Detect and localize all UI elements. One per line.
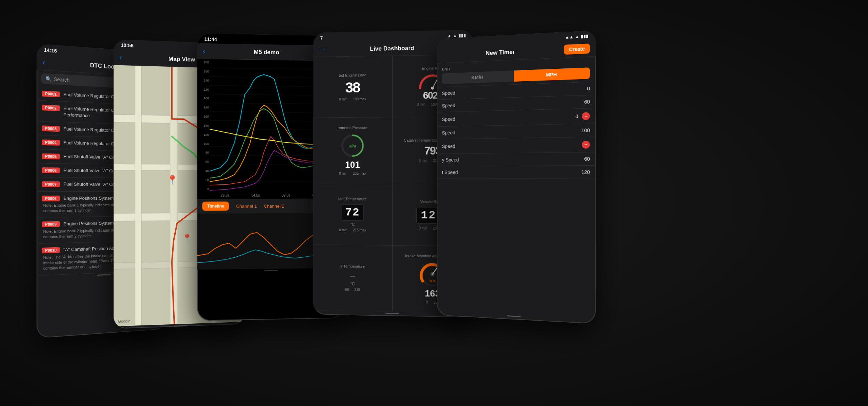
widget-coolant-temp[interactable]: lant Temperature 72 °C 0 min215 max bbox=[313, 184, 392, 245]
widget-baro-pressure[interactable]: rometric Pressure kPa 101 0 min255 max bbox=[313, 117, 392, 183]
time-dtc: 14:16 bbox=[44, 47, 57, 54]
row-value: 0 bbox=[575, 86, 590, 92]
x-label-3: 39.8s bbox=[282, 193, 290, 197]
widget-label: lant Temperature bbox=[339, 197, 367, 201]
widget-value-empty: — bbox=[350, 273, 355, 279]
row-label: Speed bbox=[442, 86, 572, 96]
widget-engine-load[interactable]: ted Engine Load 38 0 min100 max bbox=[313, 56, 392, 118]
channel2-label[interactable]: Channel 2 bbox=[264, 203, 284, 208]
svg-line-15 bbox=[210, 129, 331, 130]
spacer bbox=[443, 41, 444, 46]
sort-down-icon[interactable]: ↓ bbox=[319, 47, 321, 52]
dtc-code: P0010 bbox=[42, 247, 60, 254]
google-watermark: Google bbox=[118, 319, 131, 323]
x-label-1: 29.8s bbox=[221, 193, 229, 197]
widget-value: 101 bbox=[345, 160, 360, 171]
widget-air-temp[interactable]: ir Temperature — °C 90215 bbox=[313, 245, 392, 312]
row-label: Speed bbox=[442, 99, 572, 108]
time-m5: 11:44 bbox=[205, 36, 217, 42]
unit-mph[interactable]: MPH bbox=[514, 67, 590, 82]
widget-sub: 0 min215 max bbox=[339, 228, 366, 232]
channel1-label[interactable]: Channel 1 bbox=[236, 204, 257, 209]
timer-title: New Timer bbox=[442, 46, 561, 59]
dtc-code: P0001 bbox=[42, 91, 60, 97]
back-button-map[interactable]: ‹ bbox=[119, 53, 122, 62]
status-icons-timer: ▲▲ ▲ ▮▮▮ bbox=[565, 34, 588, 40]
timeline-button[interactable]: Timeline bbox=[202, 201, 229, 210]
search-icon: 🔍 bbox=[45, 76, 52, 82]
dtc-code: P0007 bbox=[42, 181, 60, 187]
svg-line-11 bbox=[210, 94, 331, 96]
row-value: 0 bbox=[564, 114, 578, 119]
dtc-code: P0002 bbox=[42, 105, 60, 111]
widget-label: ir Temperature bbox=[340, 264, 365, 269]
widget-sub: 0 min100 max bbox=[339, 97, 366, 101]
svg-line-8 bbox=[210, 68, 331, 70]
time-map: 10:56 bbox=[121, 42, 134, 48]
row-label: Speed bbox=[442, 114, 560, 122]
svg-line-10 bbox=[210, 85, 331, 87]
battery-icon: ▮▮▮ bbox=[581, 34, 589, 39]
scroll-indicator-timer bbox=[507, 315, 521, 317]
wifi-icon: ▲ bbox=[575, 34, 579, 39]
svg-line-14 bbox=[210, 121, 331, 121]
timer-rows: Speed 0 Speed 60 Speed 0 − Speed 100 Spe… bbox=[437, 82, 596, 179]
row-value: 60 bbox=[575, 156, 590, 162]
svg-line-12 bbox=[210, 103, 331, 104]
digital-value: 72 bbox=[345, 206, 360, 219]
svg-line-16 bbox=[210, 138, 331, 139]
dtc-code: P0009 bbox=[42, 221, 60, 227]
map-pin-secondary: 📍 bbox=[182, 234, 192, 243]
m5-title: M5 demo bbox=[209, 48, 323, 57]
svg-text:kPa: kPa bbox=[430, 279, 436, 282]
remove-row-button-2[interactable]: − bbox=[582, 141, 590, 149]
timer-row-7: t Speed 120 bbox=[437, 166, 596, 179]
widget-value: 38 bbox=[345, 79, 360, 96]
create-button[interactable]: Create bbox=[564, 43, 590, 55]
svg-line-19 bbox=[210, 164, 331, 165]
sort-up-icon[interactable]: ↑ bbox=[324, 47, 326, 52]
device-timer: ▲▲ ▲ ▮▮▮ New Timer Create UNIT KM/H MPH … bbox=[437, 30, 596, 324]
signal-icon: ▲ bbox=[447, 33, 451, 38]
timer-row-5: Speed − bbox=[437, 137, 596, 154]
timer-row-6: y Speed 60 bbox=[437, 152, 596, 166]
row-label: y Speed bbox=[442, 156, 572, 163]
row-value: 60 bbox=[575, 99, 590, 105]
svg-rect-5 bbox=[135, 66, 141, 325]
chart-svg bbox=[210, 59, 331, 192]
scroll-indicator-dash bbox=[385, 313, 399, 314]
baro-gauge: kPa bbox=[339, 132, 366, 160]
svg-line-13 bbox=[210, 112, 331, 113]
widget-label: ted Engine Load bbox=[339, 73, 366, 77]
remove-row-button[interactable]: − bbox=[582, 112, 590, 120]
dtc-code: P0006 bbox=[42, 167, 60, 173]
row-label: t Speed bbox=[442, 169, 572, 175]
row-value: 120 bbox=[575, 169, 590, 175]
widget-sub: 0 min255 max bbox=[339, 172, 366, 175]
row-label: Speed bbox=[442, 128, 572, 135]
svg-line-18 bbox=[210, 156, 331, 156]
row-value: 100 bbox=[575, 127, 590, 133]
dtc-code: P0004 bbox=[42, 139, 60, 146]
search-placeholder: Search bbox=[54, 76, 70, 83]
widget-label: rometric Pressure bbox=[338, 126, 368, 130]
signal-icon: ▲▲ bbox=[565, 34, 574, 40]
scroll-indicator-m5 bbox=[264, 270, 278, 271]
dtc-code: P0003 bbox=[42, 125, 60, 132]
svg-text:kPa: kPa bbox=[349, 144, 356, 148]
unit-label: °C bbox=[350, 222, 355, 227]
x-label-2: 34.8s bbox=[251, 193, 260, 197]
back-button-m5[interactable]: ‹ bbox=[203, 47, 205, 56]
back-button-dtc[interactable]: ‹ bbox=[42, 58, 45, 67]
unit-kmh[interactable]: KM/H bbox=[442, 71, 514, 84]
y-axis-left: 280 260 240 220 200 180 160 140 120 100 … bbox=[197, 59, 210, 192]
scroll-indicator-dtc bbox=[97, 274, 111, 276]
dtc-code: P0008 bbox=[42, 196, 60, 201]
row-label: Speed bbox=[442, 142, 560, 149]
unit-label: °C bbox=[350, 282, 355, 287]
dtc-code: P0005 bbox=[42, 154, 60, 159]
map-pin-main: 📍 bbox=[167, 175, 178, 185]
time-dash: 7 bbox=[320, 35, 323, 41]
timer-screen: ▲▲ ▲ ▮▮▮ New Timer Create UNIT KM/H MPH … bbox=[437, 30, 596, 324]
widget-sub: 90215 bbox=[345, 288, 360, 292]
